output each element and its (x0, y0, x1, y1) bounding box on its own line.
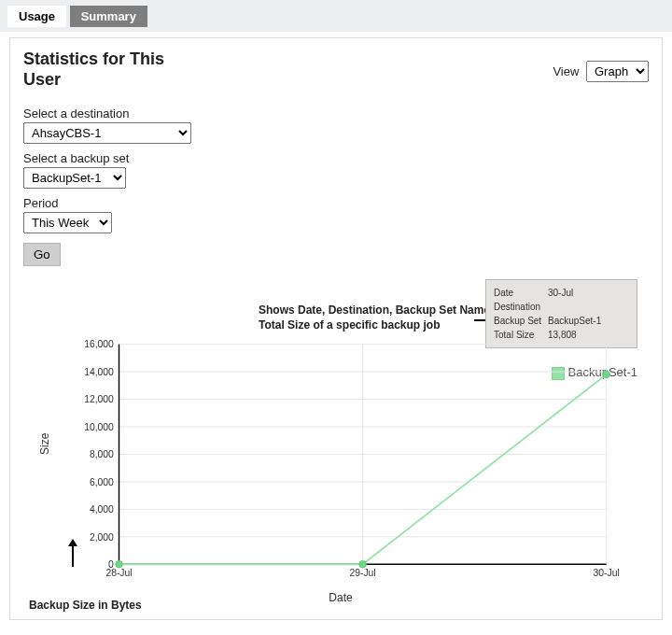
svg-text:29-Jul: 29-Jul (349, 568, 375, 578)
usage-chart: Size Date 02,0004,0006,0008,00010,00012,… (40, 339, 641, 584)
chart-tooltip: Date30-Jul Destination Backup SetBackupS… (485, 279, 637, 348)
period-label: Period (23, 196, 649, 210)
period-select[interactable]: This Week (23, 212, 112, 233)
svg-text:14,000: 14,000 (84, 367, 114, 377)
page-title: Statistics for This User (23, 49, 191, 90)
backupset-select[interactable]: BackupSet-1 (23, 167, 126, 189)
svg-text:8,000: 8,000 (90, 449, 114, 459)
svg-text:28-Jul: 28-Jul (105, 568, 132, 578)
tab-summary[interactable]: Summary (70, 6, 147, 27)
svg-text:16,000: 16,000 (84, 339, 114, 349)
y-axis-label: Size (38, 433, 51, 455)
tab-usage[interactable]: Usage (7, 6, 66, 27)
svg-text:4,000: 4,000 (90, 504, 114, 515)
view-label: View (553, 64, 579, 78)
svg-point-28 (603, 371, 610, 378)
bytes-annotation: Backup Size in Bytes (29, 599, 142, 612)
stats-panel: Statistics for This User View Graph Sele… (9, 37, 663, 620)
svg-point-27 (359, 560, 367, 568)
destination-select[interactable]: AhsayCBS-1 (23, 122, 191, 144)
destination-label: Select a destination (23, 106, 649, 120)
arrow-up-icon (68, 539, 77, 567)
svg-text:10,000: 10,000 (84, 422, 114, 432)
x-axis-label: Date (329, 591, 352, 604)
go-button[interactable]: Go (23, 243, 61, 266)
view-select[interactable]: Graph (586, 61, 649, 82)
svg-point-26 (116, 560, 123, 568)
svg-text:6,000: 6,000 (90, 477, 114, 487)
svg-text:30-Jul: 30-Jul (594, 568, 620, 578)
svg-text:2,000: 2,000 (90, 532, 114, 543)
svg-text:12,000: 12,000 (84, 394, 114, 404)
tab-bar: Usage Summary (0, 0, 672, 32)
backupset-label: Select a backup set (23, 151, 649, 165)
